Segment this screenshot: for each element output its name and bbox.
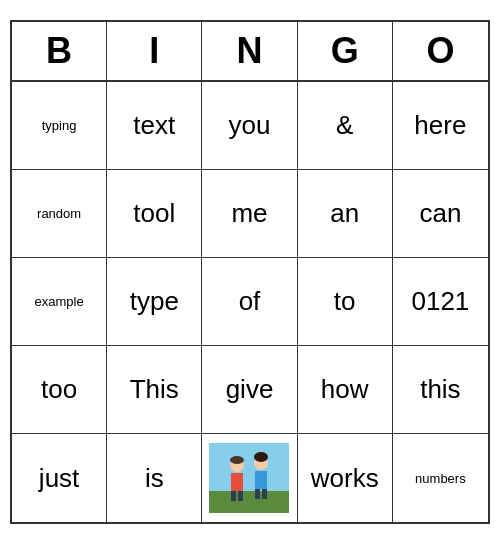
- header-i: I: [107, 22, 202, 80]
- svg-point-11: [254, 452, 268, 462]
- cell-14: 0121: [393, 258, 488, 346]
- cell-6: tool: [107, 170, 202, 258]
- cell-9: can: [393, 170, 488, 258]
- cell-4: here: [393, 82, 488, 170]
- cell-0: typing: [12, 82, 107, 170]
- cell-21: is: [107, 434, 202, 522]
- cell-16: This: [107, 346, 202, 434]
- svg-rect-7: [255, 471, 267, 489]
- header-n: N: [202, 22, 297, 80]
- cell-10: example: [12, 258, 107, 346]
- header-b: B: [12, 22, 107, 80]
- cell-7: me: [202, 170, 297, 258]
- cell-1: text: [107, 82, 202, 170]
- svg-rect-9: [262, 489, 267, 499]
- cell-11: type: [107, 258, 202, 346]
- cell-19: this: [393, 346, 488, 434]
- bingo-card: B I N G O typing text you & here random …: [10, 20, 490, 524]
- svg-point-10: [230, 456, 244, 464]
- cell-3: &: [298, 82, 393, 170]
- cell-15: too: [12, 346, 107, 434]
- cell-8: an: [298, 170, 393, 258]
- bingo-grid: typing text you & here random tool me an…: [12, 82, 488, 522]
- cell-13: to: [298, 258, 393, 346]
- header-g: G: [298, 22, 393, 80]
- cell-24: numbers: [393, 434, 488, 522]
- cell-5: random: [12, 170, 107, 258]
- svg-rect-8: [255, 489, 260, 499]
- cell-2: you: [202, 82, 297, 170]
- photo-image: [209, 443, 289, 513]
- bingo-header: B I N G O: [12, 22, 488, 82]
- cell-20: just: [12, 434, 107, 522]
- cell-18: how: [298, 346, 393, 434]
- cell-23: works: [298, 434, 393, 522]
- cell-22-photo: [202, 434, 297, 522]
- svg-rect-4: [231, 491, 236, 501]
- svg-rect-5: [238, 491, 243, 501]
- svg-rect-3: [231, 473, 243, 491]
- cell-17: give: [202, 346, 297, 434]
- svg-rect-1: [209, 491, 289, 513]
- cell-12: of: [202, 258, 297, 346]
- header-o: O: [393, 22, 488, 80]
